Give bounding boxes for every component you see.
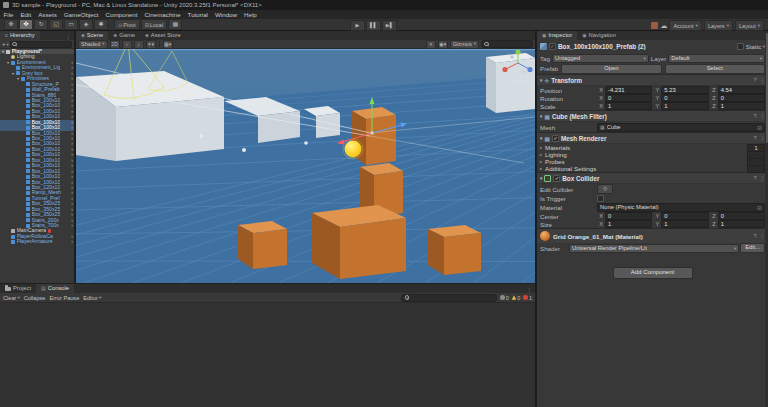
y-field[interactable]: 1 (661, 102, 708, 111)
layer-dropdown[interactable]: Default▾ (668, 54, 765, 63)
play-button[interactable]: ▶ (350, 20, 365, 31)
clear-button[interactable]: Clear▾ (3, 295, 20, 301)
foldout-row[interactable]: ▸ Materials 1 (537, 144, 768, 151)
gameobject-name[interactable]: Box_100x100x100_Prefab (2) (558, 43, 735, 50)
menu-item[interactable]: File (0, 11, 17, 18)
is-trigger-checkbox[interactable] (597, 195, 604, 202)
menu-item[interactable]: Component (102, 11, 141, 18)
persp-label[interactable]: < Persp (508, 78, 527, 84)
move-tool[interactable]: ✜ (19, 19, 33, 30)
mesh-filter-component-header[interactable]: ▾ ▦ Cube (Mesh Filter) ?⋮ (537, 110, 768, 122)
mesh-object-field[interactable]: ▦ Cube ⊙ (597, 123, 765, 132)
scene-camera-icon[interactable]: ✕ (426, 40, 436, 49)
x-field[interactable]: -4.231 (605, 86, 652, 95)
scene-viewport[interactable]: < Persp (76, 49, 535, 283)
mesh-renderer-component-header[interactable]: ▾ ▦ Mesh Renderer ?⋮ (537, 132, 768, 144)
orange-box-right[interactable] (428, 225, 481, 275)
y-field[interactable]: 1 (661, 220, 708, 229)
scrollbar-thumb[interactable] (766, 33, 768, 143)
scene-view-tab[interactable]: ◈ Asset Store (140, 31, 186, 40)
error-pause-toggle[interactable]: Error Pause (49, 295, 79, 301)
local-toggle[interactable]: ⊞Local (141, 19, 168, 30)
help-icon[interactable]: ? (753, 113, 756, 119)
x-field[interactable]: 1 (605, 102, 652, 111)
point-light-gizmo[interactable] (345, 141, 362, 158)
object-picker-icon[interactable]: ⊙ (757, 124, 762, 131)
create-object-button[interactable]: + (2, 41, 6, 47)
foldout-row[interactable]: ▸ Additional Settings (537, 165, 768, 172)
help-icon[interactable]: ? (753, 77, 756, 83)
static-dropdown[interactable]: Static ▾ (737, 43, 765, 50)
inspector-tab[interactable]: ◉ Navigation (577, 31, 621, 40)
prefab-open-button[interactable]: Open (561, 64, 661, 74)
hierarchy-search-input[interactable] (10, 41, 72, 48)
rect-tool[interactable]: ▭ (64, 19, 78, 30)
prefab-open-arrow[interactable]: › (71, 223, 74, 228)
menu-item[interactable]: Window (212, 11, 241, 18)
menu-item[interactable]: GameObject (60, 11, 102, 18)
y-field[interactable]: 5.23 (661, 86, 708, 95)
shader-dropdown[interactable]: Universal Render Pipeline/Lit▾ (569, 244, 739, 253)
help-icon[interactable]: ? (753, 135, 756, 141)
foldout-arrow-icon[interactable]: ▾ (540, 78, 542, 83)
menu-item[interactable]: Help (241, 11, 261, 18)
warning-count-toggle[interactable]: 0 (512, 295, 521, 301)
error-count-toggle[interactable]: 1 (523, 295, 532, 301)
z-field[interactable]: 1 (718, 220, 765, 229)
inspector-tab[interactable]: ◉ Inspector (537, 31, 577, 40)
editor-dropdown[interactable]: Editor▾ (83, 295, 101, 301)
foldout-arrow-icon[interactable]: ▾ (540, 176, 542, 181)
camera-settings-icon[interactable]: ◉▾ (438, 40, 448, 49)
foldout-arrow-icon[interactable]: ▾ (540, 136, 542, 141)
step-button[interactable]: ▶▌ (382, 20, 397, 31)
effects-dropdown-icon[interactable]: ✶▾ (146, 40, 156, 49)
hierarchy-item[interactable]: PlayerArmature › (0, 239, 74, 244)
foldout-row[interactable]: ▸ Probes (537, 158, 768, 165)
scale-tool[interactable]: ◱ (49, 19, 63, 30)
add-component-button[interactable]: Add Component (613, 267, 693, 279)
menu-item[interactable]: Edit (17, 11, 35, 18)
info-count-toggle[interactable]: 0 (500, 295, 509, 301)
x-field[interactable]: 0 (605, 212, 652, 221)
cloud-icon[interactable]: ☁ (660, 22, 667, 30)
menu-item[interactable]: Assets (35, 11, 61, 18)
tab-console[interactable]: ▤ Console (36, 284, 74, 293)
transform-tool[interactable]: ◈ (79, 19, 93, 30)
orange-box-selected[interactable] (352, 107, 396, 165)
component-enabled-checkbox[interactable] (552, 135, 559, 142)
audio-toggle-icon[interactable]: ♪ (134, 40, 144, 49)
lighting-toggle-icon[interactable]: ☼ (122, 40, 132, 49)
active-checkbox[interactable] (549, 43, 556, 50)
scene-search-input[interactable] (481, 40, 533, 48)
y-field[interactable]: 0 (661, 212, 708, 221)
tab-hierarchy[interactable]: ≡ Hierarchy (0, 31, 40, 40)
pause-button[interactable]: ▌▌ (366, 20, 381, 31)
version-control-icon[interactable] (651, 22, 658, 29)
draw-mode-dropdown[interactable]: Shaded▾ (78, 40, 108, 49)
rotate-tool[interactable]: ↻ (34, 19, 48, 30)
account-dropdown[interactable]: Account▾ (669, 20, 701, 31)
z-field[interactable]: 0 (718, 212, 765, 221)
box-collider-component-header[interactable]: ▾ Box Collider ?⋮ (537, 172, 768, 184)
edit-collider-button[interactable]: ◇ (597, 184, 613, 194)
layout-dropdown[interactable]: Layout▾ (735, 20, 764, 31)
pivot-toggle[interactable]: ⊙Pivot (114, 19, 140, 30)
object-picker-icon[interactable]: ⊙ (757, 204, 762, 211)
orange-box-left[interactable] (238, 221, 287, 269)
hand-tool[interactable]: ✥ (4, 19, 18, 30)
grid-visibility-icon[interactable]: ▦▾ (163, 40, 173, 49)
material-header[interactable]: Grid Orange_01_Mat (Material) ?⋮ (537, 228, 768, 243)
panel-menu-icon[interactable]: ⋮ (526, 286, 535, 293)
orange-box-large[interactable] (312, 205, 406, 279)
panel-menu-icon[interactable]: ⋮ (65, 33, 74, 40)
help-icon[interactable]: ? (753, 175, 756, 181)
menu-item[interactable]: Tutorial (184, 11, 211, 18)
y-field[interactable]: 0 (661, 94, 708, 103)
physic-material-field[interactable]: None (Physic Material) ⊙ (597, 203, 765, 212)
shader-edit-button[interactable]: Edit... (740, 243, 765, 253)
component-enabled-checkbox[interactable] (553, 175, 560, 182)
custom-tool[interactable]: ✱ (94, 19, 108, 30)
z-field[interactable]: 4.54 (718, 86, 765, 95)
grid-snap-button[interactable]: ▦ (168, 19, 182, 30)
z-field[interactable]: 1 (718, 102, 765, 111)
